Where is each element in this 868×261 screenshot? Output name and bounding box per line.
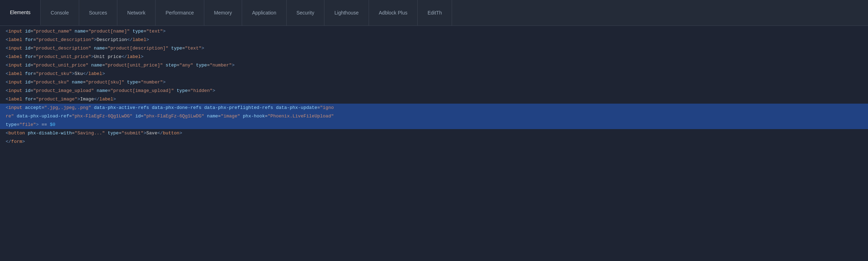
val: "text" <box>146 28 163 35</box>
tab-network-label: Network <box>127 10 145 16</box>
space <box>22 36 25 44</box>
tab-application[interactable]: Application <box>242 0 287 25</box>
tag: label <box>8 70 22 78</box>
code-line-3[interactable]: <input id="product_description" name="pr… <box>0 44 868 53</box>
space <box>22 87 25 95</box>
bracket: > <box>22 138 25 146</box>
eq: = <box>105 45 108 52</box>
code-line-13[interactable]: <button phx-disable-with="Saving..." typ… <box>0 129 868 138</box>
space <box>193 62 196 69</box>
space <box>168 45 171 52</box>
bracket: </ <box>157 129 163 137</box>
bracket: < <box>6 62 8 69</box>
code-line-2[interactable]: <label for="product_description">Descrip… <box>0 36 868 44</box>
tab-elements-label: Elements <box>10 10 30 15</box>
val: re" <box>6 112 14 120</box>
code-line-12[interactable]: type="file"> == $0 <box>0 121 868 129</box>
code-line-10[interactable]: <input accept=".jpg,.jpeg,.png" data-phx… <box>0 104 868 112</box>
val: "number" <box>141 79 163 86</box>
attr: phx-disable-with <box>28 129 72 137</box>
code-line-1[interactable]: <input id="product_name" name="product[n… <box>0 27 868 36</box>
val: "product[image_upload]" <box>111 87 174 95</box>
tab-memory[interactable]: Memory <box>204 0 242 25</box>
eq: = <box>41 104 44 112</box>
attr: data-phx-upload-ref <box>17 112 69 120</box>
attr: name <box>94 45 105 52</box>
eq: = <box>30 62 33 69</box>
space <box>22 53 25 61</box>
code-line-11[interactable]: re" data-phx-upload-ref="phx-FlaEgFz-6Qg… <box>0 112 868 121</box>
code-line-9[interactable]: <label for="product_image">Image</label> <box>0 95 868 104</box>
val: "image" <box>221 112 240 120</box>
text: Description <box>97 36 127 44</box>
val: "file" <box>19 121 36 129</box>
eq: = <box>83 79 86 86</box>
attr: for <box>25 70 33 78</box>
attr: data-phx-update <box>276 104 317 112</box>
eq: = <box>30 79 33 86</box>
val: "product_sku" <box>36 70 72 78</box>
eq: = <box>188 87 190 95</box>
tab-bar: Elements Console Sources Network Perform… <box>0 0 868 26</box>
space <box>25 129 28 137</box>
tab-elements[interactable]: Elements <box>0 0 41 25</box>
bracket: > <box>72 70 75 78</box>
code-line-14[interactable]: </form> <box>0 138 868 146</box>
code-line-6[interactable]: <label for="product_sku">Sku</label> <box>0 70 868 78</box>
bracket: > <box>94 36 97 44</box>
attr: type <box>108 129 119 137</box>
eq: = <box>119 129 122 137</box>
attr: name <box>72 79 83 86</box>
eq: = <box>108 87 111 95</box>
val: "Saving..." <box>75 129 105 137</box>
val: "text" <box>185 45 201 52</box>
val: "product_description" <box>33 45 91 52</box>
attr: id <box>25 28 31 35</box>
val: "product_unit_price" <box>36 53 91 61</box>
tag: input <box>8 28 22 35</box>
tag: label <box>127 53 141 61</box>
tab-lighthouse[interactable]: Lighthouse <box>324 0 369 25</box>
code-line-4[interactable]: <label for="product_unit_price">Unit pri… <box>0 53 868 61</box>
tab-lighthouse-label: Lighthouse <box>334 10 359 16</box>
attr: for <box>25 53 33 61</box>
bracket: > <box>163 28 166 35</box>
tab-security[interactable]: Security <box>287 0 325 25</box>
space <box>105 129 108 137</box>
bracket: < <box>6 45 8 52</box>
code-line-8[interactable]: <input id="product_image_upload" name="p… <box>0 87 868 95</box>
bracket: > <box>212 87 215 95</box>
attr: data-phx-active-refs <box>94 104 149 112</box>
eq: = <box>182 45 185 52</box>
val: "Phoenix.LiveFileUpload" <box>268 112 334 120</box>
code-line-7[interactable]: <input id="product_sku" name="product[sk… <box>0 78 868 87</box>
code-line-5[interactable]: <input id="product_unit_price" name="pro… <box>0 61 868 70</box>
attr: type <box>171 45 182 52</box>
tab-network[interactable]: Network <box>117 0 156 25</box>
attr: type <box>133 28 143 35</box>
tab-performance-label: Performance <box>165 10 194 16</box>
attr: type <box>177 87 188 95</box>
tab-editth[interactable]: EditTh <box>418 0 452 25</box>
space <box>149 104 152 112</box>
tag: label <box>88 70 102 78</box>
tab-adblock[interactable]: Adblock Plus <box>369 0 418 25</box>
tag: input <box>8 79 22 86</box>
eq: = <box>69 112 72 120</box>
bracket: < <box>6 53 8 61</box>
tag: input <box>8 87 22 95</box>
attr: id <box>135 112 141 120</box>
tag: label <box>133 36 146 44</box>
bracket: > <box>141 53 143 61</box>
tab-performance[interactable]: Performance <box>156 0 204 25</box>
attr: for <box>25 36 33 44</box>
eq: = <box>86 28 88 35</box>
tab-sources[interactable]: Sources <box>79 0 117 25</box>
space <box>22 104 25 112</box>
bracket: > <box>91 53 94 61</box>
eq: = <box>30 45 33 52</box>
tab-console[interactable]: Console <box>41 0 79 25</box>
tag: label <box>8 53 22 61</box>
space <box>22 95 25 103</box>
eq: = <box>143 28 146 35</box>
